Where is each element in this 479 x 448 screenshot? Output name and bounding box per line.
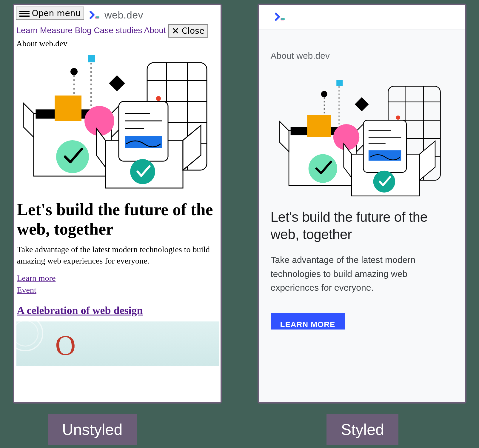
app-header bbox=[259, 5, 465, 30]
page-lead: Take advantage of the latest modern tech… bbox=[14, 244, 221, 273]
page-eyebrow: About web.dev bbox=[14, 39, 221, 48]
open-menu-button[interactable]: Open menu bbox=[16, 7, 84, 20]
webdev-logo-icon bbox=[274, 10, 287, 23]
page-title: Let's build the future of the web, toget… bbox=[14, 191, 221, 244]
page-eyebrow: About web.dev bbox=[271, 51, 453, 61]
page-lead: Take advantage of the latest modern tech… bbox=[271, 253, 453, 295]
nav-link-measure[interactable]: Measure bbox=[40, 26, 73, 35]
site-logo[interactable] bbox=[274, 10, 287, 24]
site-logo[interactable]: web.dev bbox=[89, 9, 143, 21]
hamburger-icon bbox=[19, 10, 30, 17]
page-title: Let's build the future of the web, toget… bbox=[271, 209, 453, 243]
close-label: Close bbox=[182, 26, 204, 36]
open-menu-label: Open menu bbox=[32, 8, 81, 18]
nav-link-about[interactable]: About bbox=[144, 26, 166, 35]
hero-illustration bbox=[22, 51, 213, 191]
learn-more-link[interactable]: Learn more bbox=[17, 273, 56, 283]
close-menu-button[interactable]: ✕ Close bbox=[168, 24, 208, 38]
site-wordmark: web.dev bbox=[104, 9, 143, 21]
nav-link-learn[interactable]: Learn bbox=[16, 26, 38, 35]
caption-unstyled: Unstyled bbox=[48, 414, 137, 445]
webdev-logo-icon bbox=[89, 9, 101, 21]
styled-viewport: About web.dev Let's build the future of … bbox=[258, 4, 466, 404]
nav-link-case-studies[interactable]: Case studies bbox=[94, 26, 142, 35]
hero-illustration bbox=[278, 76, 446, 198]
article-hero-image: O bbox=[16, 321, 219, 366]
unstyled-viewport: Open menu web.dev Learn Measure Blog Cas… bbox=[13, 4, 222, 404]
nav-link-blog[interactable]: Blog bbox=[75, 26, 92, 35]
close-icon: ✕ bbox=[172, 27, 179, 36]
learn-more-button[interactable]: LEARN MORE bbox=[271, 313, 345, 330]
article-heading-link[interactable]: A celebration of web design bbox=[17, 304, 143, 316]
caption-styled: Styled bbox=[326, 414, 398, 445]
event-link[interactable]: Event bbox=[17, 285, 36, 295]
